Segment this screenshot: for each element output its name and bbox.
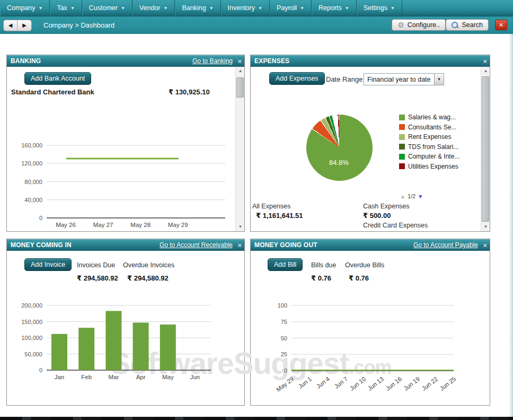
legend-label: Salaries & wag... [408, 113, 456, 121]
chevron-down-icon: ▼ [121, 6, 125, 11]
menu-item-company[interactable]: Company▼ [0, 0, 50, 16]
expenses-panel-body: Add Expenses Date Range Financial year t… [251, 67, 490, 231]
bills-due-value: ₹ 0.76 [311, 274, 331, 282]
app-window: Company▼Tax▼Customer▼Vendor▼Banking▼Inve… [0, 0, 513, 420]
legend-item: Rent Expenses [399, 132, 459, 142]
banking-line-chart: 040,00080,000120,000160,000May 26May 27M… [10, 136, 235, 230]
bank-account-name: Standard Chartered Bank [11, 88, 94, 96]
page-scroll-strip[interactable] [509, 34, 513, 417]
svg-text:80,000: 80,000 [24, 179, 42, 185]
expenses-close-icon[interactable]: × [483, 58, 487, 65]
menu-item-vendor[interactable]: Vendor▼ [132, 0, 175, 16]
legend-item: Computer & Inte... [399, 152, 459, 162]
legend-label: TDS from Salari... [408, 143, 458, 151]
pager-down-icon[interactable]: ▼ [418, 194, 423, 199]
banking-close-icon[interactable]: × [237, 58, 242, 65]
svg-text:0: 0 [39, 215, 42, 221]
scroll-down-icon[interactable]: ▼ [236, 223, 244, 231]
money-in-bar-chart: 050,000100,000150,000200,000JanFebMarApr… [10, 301, 243, 397]
svg-text:100: 100 [278, 302, 287, 309]
svg-text:Mar: Mar [108, 374, 119, 380]
breadcrumb: Company > Dashboard [43, 21, 114, 29]
svg-text:Jun 13: Jun 13 [367, 375, 385, 392]
search-label: Search [462, 21, 483, 29]
legend-label: Consultants Se... [408, 124, 456, 131]
top-menu-bar: Company▼Tax▼Customer▼Vendor▼Banking▼Inve… [0, 0, 513, 16]
menu-item-payroll[interactable]: Payroll▼ [270, 0, 312, 16]
menu-item-reports[interactable]: Reports▼ [312, 0, 357, 16]
menu-item-customer[interactable]: Customer▼ [82, 0, 132, 16]
chevron-down-icon: ▼ [70, 6, 75, 11]
close-window-button[interactable]: ✕ [495, 20, 507, 30]
money-coming-in-panel: MONEY COMING IN Go to Account Receivable… [6, 239, 245, 406]
banking-panel-body: Add Bank Account Standard Chartered Bank… [7, 67, 244, 231]
add-bill-button[interactable]: Add Bill [268, 258, 303, 271]
scroll-thumb[interactable] [236, 77, 244, 98]
all-expenses-value: ₹ 1,161,641.51 [256, 212, 303, 220]
go-to-account-payable-link[interactable]: Go to Account Payable [413, 241, 478, 249]
go-to-account-receivable-link[interactable]: Go to Account Receivable [160, 241, 233, 249]
legend-color-chip [399, 144, 405, 150]
chevron-down-icon[interactable]: ▼ [434, 74, 444, 85]
legend-label: Rent Expenses [408, 133, 451, 141]
menu-item-inventory[interactable]: Inventory▼ [221, 0, 270, 16]
expenses-legend: Salaries & wag...Consultants Se...Rent E… [399, 112, 459, 171]
add-expenses-button[interactable]: Add Expenses [269, 72, 325, 85]
svg-text:May 29: May 29 [275, 375, 295, 393]
configure-button[interactable]: ⚙ Configure.. [392, 19, 446, 31]
money-in-close-icon[interactable]: × [237, 242, 242, 249]
money-out-panel-body: Add Bill Bills due Overdue Bills ₹ 0.76 … [251, 251, 490, 405]
legend-color-chip [399, 154, 405, 160]
legend-item: Utilities Expenses [399, 162, 459, 172]
scroll-up-icon[interactable]: ▲ [481, 67, 490, 75]
date-range-label: Date Range [326, 75, 362, 83]
svg-text:May 28: May 28 [130, 222, 151, 228]
scroll-thumb[interactable] [482, 76, 489, 222]
svg-text:150,000: 150,000 [21, 319, 42, 325]
svg-text:Jun 16: Jun 16 [385, 375, 403, 392]
money-out-line-chart: 0255075100May 29Jun 1Jun 4Jun 7Jun 10Jun… [253, 301, 489, 405]
money-out-close-icon[interactable]: × [483, 242, 487, 249]
scroll-down-icon[interactable]: ▼ [481, 223, 490, 231]
svg-text:Jun 10: Jun 10 [349, 375, 367, 392]
menu-item-settings[interactable]: Settings▼ [357, 0, 402, 16]
add-bank-account-button[interactable]: Add Bank Account [24, 72, 91, 85]
banking-scrollbar[interactable]: ▲ ▼ [235, 67, 244, 231]
svg-text:40,000: 40,000 [24, 197, 42, 203]
menu-item-banking[interactable]: Banking▼ [175, 0, 220, 16]
expenses-pie-chart [306, 115, 373, 181]
overdue-invoices-value: ₹ 294,580.92 [127, 274, 169, 282]
banking-panel: BANKING Go to Banking × Add Bank Account… [6, 55, 245, 232]
pager-text: 1/2 [408, 193, 415, 199]
configure-label: Configure.. [408, 21, 440, 29]
go-to-banking-link[interactable]: Go to Banking [192, 57, 233, 65]
svg-text:Apr: Apr [136, 374, 146, 380]
legend-item: Consultants Se... [399, 122, 459, 133]
add-invoice-button[interactable]: Add Invoice [24, 258, 72, 271]
money-out-panel-header: MONEY GOING OUT Go to Account Payable × [251, 239, 490, 251]
svg-text:Feb: Feb [81, 374, 92, 380]
pager-up-icon[interactable]: ▲ [400, 194, 405, 199]
date-range-select[interactable]: Financial year to date ▼ [364, 73, 444, 85]
chevron-down-icon: ▼ [300, 6, 304, 11]
legend-color-chip [399, 115, 405, 120]
scroll-up-icon[interactable]: ▲ [236, 67, 244, 75]
cash-expenses-label: Cash Expenses [363, 203, 410, 210]
history-arrows: ◀ ▶ [3, 20, 32, 31]
svg-text:120,000: 120,000 [21, 160, 42, 167]
bank-account-balance: ₹ 130,925.10 [169, 88, 210, 96]
expenses-title: EXPENSES [254, 57, 289, 65]
menu-item-tax[interactable]: Tax▼ [50, 0, 82, 16]
back-arrow-button[interactable]: ◀ [4, 20, 17, 31]
expenses-panel-header: EXPENSES × [251, 55, 490, 67]
chevron-down-icon: ▼ [164, 6, 168, 11]
bills-due-label: Bills due [311, 261, 336, 269]
search-button[interactable]: Search [446, 19, 489, 31]
search-icon [452, 22, 458, 29]
money-going-out-panel: MONEY GOING OUT Go to Account Payable × … [250, 239, 490, 406]
date-range-value: Financial year to date [364, 76, 434, 83]
legend-pager: ▲ 1/2 ▼ [400, 193, 423, 199]
svg-text:200,000: 200,000 [21, 302, 42, 309]
expenses-scrollbar[interactable]: ▲ ▼ [481, 67, 490, 231]
forward-arrow-button[interactable]: ▶ [17, 20, 31, 31]
